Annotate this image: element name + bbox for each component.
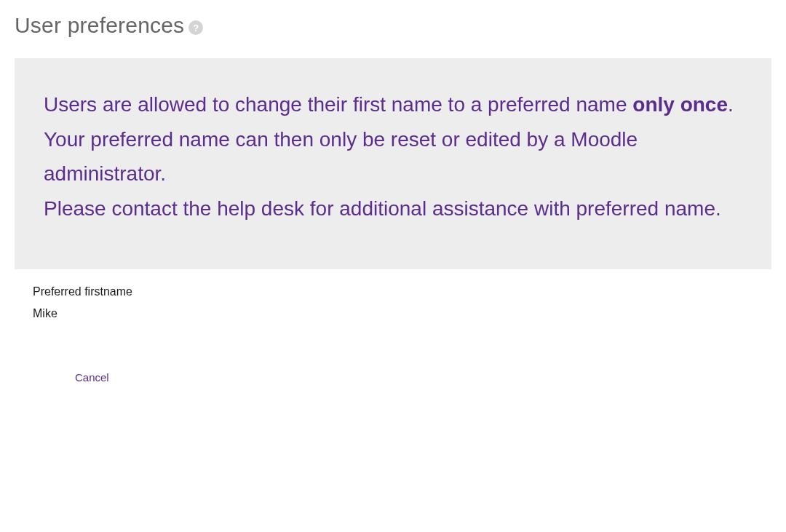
preferred-firstname-label: Preferred firstname bbox=[33, 285, 753, 298]
notice-line3: Please contact the help desk for additio… bbox=[44, 197, 721, 220]
page-heading: User preferences ? bbox=[15, 13, 771, 38]
notice-box: Users are allowed to change their first … bbox=[15, 58, 771, 269]
form-section: Preferred firstname Mike Cancel bbox=[15, 278, 771, 384]
notice-text: Users are allowed to change their first … bbox=[44, 87, 742, 226]
notice-line1-pre: Users are allowed to change their first … bbox=[44, 93, 632, 116]
help-icon[interactable]: ? bbox=[188, 20, 203, 35]
notice-line1-bold: only once bbox=[632, 93, 728, 116]
notice-line2: Your preferred name can then only be res… bbox=[44, 128, 638, 186]
cancel-button[interactable]: Cancel bbox=[75, 371, 109, 384]
preferred-firstname-value: Mike bbox=[33, 307, 753, 320]
notice-line1-post: . bbox=[728, 93, 734, 116]
page-title: User preferences bbox=[15, 13, 184, 38]
